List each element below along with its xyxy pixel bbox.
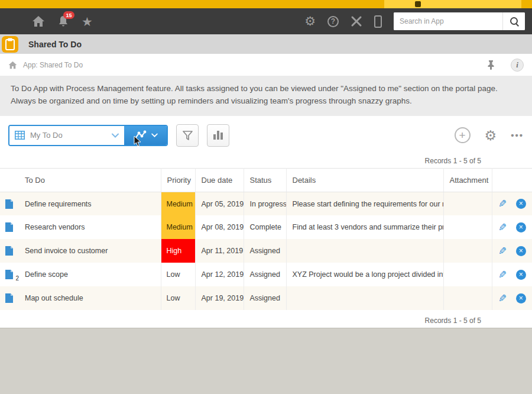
search-button[interactable] [502, 12, 525, 30]
record-doc-icon[interactable] [5, 293, 14, 303]
search-icon [510, 17, 519, 26]
cell-due-date: Apr 08, 2019 [195, 215, 244, 239]
col-status[interactable]: Status [244, 168, 286, 192]
bar-chart-icon [213, 131, 223, 140]
cell-status: Assigned [244, 286, 286, 310]
favorites-star-icon[interactable]: ★ [82, 15, 93, 28]
search-input[interactable] [394, 12, 502, 30]
delete-record-icon[interactable]: × [516, 199, 526, 209]
breadcrumb-home-icon[interactable] [8, 61, 17, 69]
delete-record-icon[interactable]: × [516, 270, 526, 280]
table-header-row: To Do Priority Due date Status Details A… [0, 168, 532, 192]
record-doc-icon[interactable] [5, 199, 14, 209]
cell-attachment [443, 239, 492, 263]
priority-badge: Low [161, 263, 195, 286]
home-icon[interactable] [32, 15, 45, 27]
app-clipboard-icon [0, 34, 20, 54]
cell-todo[interactable]: Define scope [19, 263, 161, 286]
table-row[interactable]: Map out schedule Low Apr 19, 2019 Assign… [0, 286, 532, 310]
col-todo[interactable]: To Do [19, 168, 161, 192]
chart-button[interactable] [207, 124, 229, 147]
more-options-icon[interactable]: ••• [511, 130, 524, 140]
col-attachment[interactable]: Attachment [443, 168, 492, 192]
app-settings-gear-icon[interactable]: ⚙ [485, 128, 497, 143]
notifications-bell-icon[interactable]: 15 [58, 15, 69, 27]
view-selector-label: My To Do [30, 131, 106, 140]
table-row[interactable]: 2 Define scope Low Apr 12, 2019 Assigned… [0, 263, 532, 286]
view-dropdown[interactable]: My To Do [9, 126, 124, 145]
cell-todo[interactable]: Research vendors [19, 215, 161, 239]
col-priority[interactable]: Priority [161, 168, 195, 192]
cell-status: Assigned [244, 239, 286, 263]
col-due-date[interactable]: Due date [195, 168, 244, 192]
filter-funnel-icon [183, 131, 193, 140]
view-selector: My To Do [8, 125, 168, 146]
app-title-bar: Shared To Do [0, 34, 532, 54]
priority-badge: Low [161, 286, 195, 310]
info-icon[interactable]: i [511, 59, 524, 72]
cell-todo[interactable]: Map out schedule [19, 286, 161, 310]
comment-count: 2 [15, 275, 19, 282]
delete-record-icon[interactable]: × [516, 222, 526, 232]
cell-details [286, 239, 443, 263]
cell-status: In progress [244, 192, 286, 215]
cell-status: Complete [244, 215, 286, 239]
cell-details: XYZ Project would be a long project divi… [286, 263, 443, 286]
chevron-down-icon [151, 133, 158, 137]
cell-due-date: Apr 19, 2019 [195, 286, 244, 310]
records-count-bottom: Records 1 - 5 of 5 [0, 314, 532, 328]
footer-area [0, 328, 532, 394]
edit-record-icon[interactable]: ✎ [498, 269, 507, 281]
top-accent-strip [0, 0, 532, 8]
cell-attachment [443, 192, 492, 215]
edit-record-icon[interactable]: ✎ [498, 221, 507, 234]
cell-attachment [443, 215, 492, 239]
view-toolbar: My To Do + ⚙ • [0, 116, 532, 154]
table-row[interactable]: Send invoice to customer High Apr 11, 20… [0, 239, 532, 263]
pin-icon[interactable] [486, 60, 495, 70]
records-count-top: Records 1 - 5 of 5 [0, 154, 532, 168]
add-record-button[interactable]: + [455, 127, 471, 143]
notification-badge: 15 [63, 11, 74, 19]
cell-details: Please start defining the requirements f… [286, 192, 443, 215]
cell-details [286, 286, 443, 310]
delete-record-icon[interactable]: × [516, 246, 526, 256]
mobile-device-icon[interactable] [374, 15, 382, 28]
priority-badge: Medium [161, 215, 195, 239]
breadcrumb[interactable]: App: Shared To Do [23, 61, 83, 69]
col-actions [492, 168, 532, 192]
record-doc-icon[interactable] [5, 246, 14, 256]
edit-record-icon[interactable]: ✎ [498, 198, 507, 210]
top-strip-highlight [384, 0, 521, 8]
priority-badge: Medium [161, 192, 195, 216]
filter-button[interactable] [176, 124, 199, 147]
cell-due-date: Apr 11, 2019 [195, 239, 244, 263]
cell-todo[interactable]: Send invoice to customer [19, 239, 161, 263]
col-details[interactable]: Details [286, 168, 443, 192]
edit-record-icon[interactable]: ✎ [498, 292, 507, 305]
record-doc-icon[interactable] [5, 222, 14, 232]
help-icon[interactable]: ? [327, 16, 339, 27]
process-graph-icon [134, 130, 147, 141]
cell-attachment [443, 263, 492, 286]
process-management-button[interactable] [124, 126, 167, 145]
table-row[interactable]: Define requirements Medium Apr 05, 2019 … [0, 192, 532, 215]
top-strip-glyph [415, 1, 421, 7]
delete-record-icon[interactable]: × [516, 293, 526, 303]
table-row[interactable]: Research vendors Medium Apr 08, 2019 Com… [0, 215, 532, 239]
priority-badge: High [161, 239, 195, 263]
cell-due-date: Apr 05, 2019 [195, 192, 244, 215]
settings-gear-icon[interactable]: ⚙ [304, 14, 316, 28]
global-header: 15 ★ ⚙ ? [0, 8, 532, 34]
tools-icon[interactable] [351, 15, 362, 27]
record-doc-icon[interactable]: 2 [5, 269, 14, 280]
table-view-icon [15, 131, 25, 140]
app-search [394, 12, 525, 30]
edit-record-icon[interactable]: ✎ [498, 245, 507, 257]
records-table: To Do Priority Due date Status Details A… [0, 168, 532, 311]
app-title: Shared To Do [28, 40, 82, 49]
hamburger-menu-icon[interactable] [7, 17, 19, 26]
breadcrumb-bar: App: Shared To Do i [0, 54, 532, 76]
cell-todo[interactable]: Define requirements [19, 192, 161, 215]
cell-details: Find at least 3 vendors and summarize th… [286, 215, 443, 239]
